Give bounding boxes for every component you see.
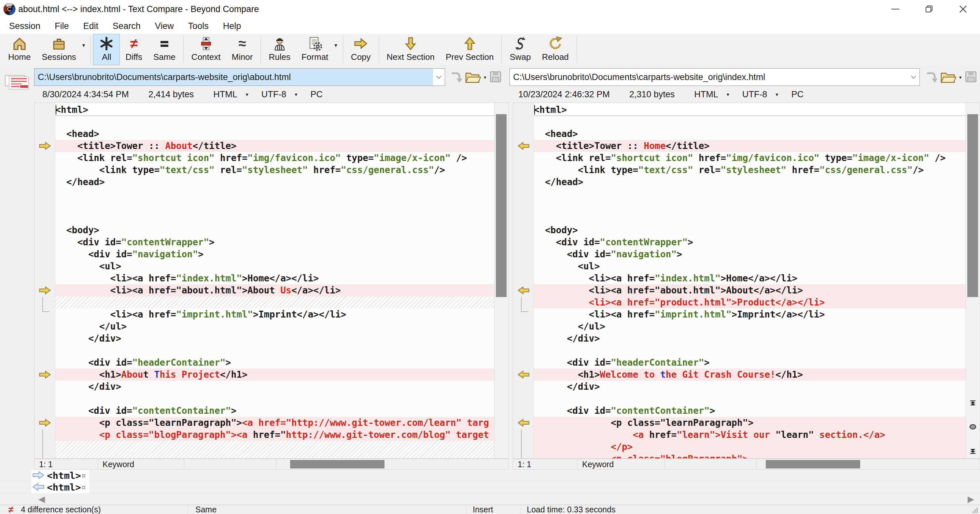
copy-section-right-arrow-icon[interactable] [38, 418, 51, 427]
code-row[interactable]: </head> [55, 176, 494, 188]
close-button[interactable] [946, 0, 980, 18]
left-path-dropdown-icon[interactable] [433, 69, 445, 86]
toolbar-sessions-button[interactable]: Sessions [36, 34, 82, 65]
diff-code-row[interactable]: <a href="learn">Visit our "learn" sectio… [534, 429, 966, 441]
right-path-dropdown-icon[interactable] [908, 69, 920, 86]
code-row[interactable]: </div> [534, 333, 966, 344]
left-path-input[interactable]: C:\Users\brunobrito\Documents\carparts-w… [34, 68, 445, 86]
right-code-area[interactable]: <html> <head> <title>Tower :: Home</titl… [534, 103, 966, 458]
diff-code-row[interactable]: <title>Tower :: Home</title> [534, 140, 966, 152]
diff-code-row[interactable]: <li><a href="about.html">About</a></li> [534, 284, 966, 297]
code-row[interactable]: </ul> [55, 320, 494, 333]
open-parent-icon[interactable] [924, 70, 938, 85]
code-row[interactable]: <div id="contentWrapper"> [534, 236, 966, 248]
code-row[interactable]: </div> [55, 333, 494, 344]
toolbar-copy-button[interactable]: Copy [345, 34, 376, 65]
scroll-right-icon[interactable]: ▶ [967, 495, 975, 503]
toolbar-dropdown-icon[interactable]: ▾ [334, 34, 340, 65]
code-row[interactable]: <div id="headerContainer"> [55, 357, 494, 369]
code-row[interactable] [534, 393, 966, 405]
diff-code-row[interactable]: <p class="blogParagraph"><a href="http:/… [55, 429, 494, 441]
diff-code-row[interactable]: <p class="learnParagraph"> [534, 417, 966, 429]
first-difference-marker-icon[interactable] [968, 400, 977, 407]
toolbar-all-button[interactable]: All [93, 34, 120, 65]
right-hscrollbar[interactable] [757, 459, 980, 470]
code-row[interactable]: <ul> [55, 260, 494, 272]
toolbar-reload-button[interactable]: Reload [536, 34, 574, 65]
diff-code-row[interactable]: <h1>Welcome to the Git Crash Course!</h1… [534, 369, 966, 381]
right-vscrollbar-thumb[interactable] [967, 114, 978, 297]
open-parent-icon[interactable] [449, 70, 463, 85]
code-row[interactable]: <body> [55, 224, 494, 236]
menu-item-view[interactable]: View [148, 18, 181, 34]
code-row[interactable]: <div id="contentContainer"> [534, 405, 966, 417]
copy-section-left-arrow-icon[interactable] [517, 370, 530, 379]
left-file-encoding[interactable]: UTF-8 [261, 89, 286, 100]
code-row[interactable] [55, 116, 494, 128]
right-file-format[interactable]: HTML [694, 89, 718, 100]
browse-folder-dropdown-icon[interactable]: ▾ [959, 75, 962, 80]
toolbar-swap-button[interactable]: Swap [504, 34, 536, 65]
right-hscrollbar-thumb[interactable] [766, 460, 860, 468]
code-row[interactable] [55, 344, 494, 357]
save-file-icon[interactable] [488, 70, 503, 85]
save-file-icon[interactable] [964, 70, 978, 85]
copy-section-left-arrow-icon[interactable] [517, 286, 530, 295]
toolbar-rules-button[interactable]: Rules [263, 34, 296, 65]
code-row[interactable]: <link rel="shortcut icon" href="img/favi… [534, 152, 966, 164]
right-vscrollbar[interactable] [966, 103, 979, 458]
code-row[interactable] [534, 188, 966, 200]
toolbar-next-section-button[interactable]: Next Section [381, 34, 440, 65]
current-position-marker-icon[interactable] [968, 423, 977, 430]
encoding-dropdown-icon[interactable]: ▾ [295, 91, 297, 98]
toolbar-dropdown-icon[interactable]: ▾ [82, 34, 89, 65]
left-vscrollbar[interactable] [494, 103, 508, 458]
code-row[interactable]: <head> [534, 128, 966, 140]
diff-code-row[interactable]: </p> [534, 441, 966, 453]
toolbar-diffs-button[interactable]: ≠Diffs [120, 34, 148, 65]
left-code-pane[interactable]: <html> <head> <title>Tower :: About</tit… [34, 103, 509, 459]
menu-item-tools[interactable]: Tools [181, 18, 216, 34]
toolbar-context-button[interactable]: Context [186, 34, 226, 65]
code-row[interactable]: <div id="contentWrapper"> [55, 236, 494, 248]
left-hscrollbar[interactable] [277, 459, 508, 470]
toolbar-minor-button[interactable]: ≈Minor [226, 34, 258, 65]
toolbar-format-button[interactable]: Format [296, 34, 334, 65]
right-code-pane[interactable]: <html> <head> <title>Tower :: Home</titl… [513, 103, 980, 459]
code-row[interactable] [55, 212, 494, 224]
browse-folder-dropdown-icon[interactable]: ▾ [484, 75, 487, 80]
code-row[interactable] [534, 212, 966, 224]
code-row[interactable]: <link rel="shortcut icon" href="img/favi… [55, 152, 494, 164]
menu-item-file[interactable]: File [48, 18, 76, 34]
encoding-dropdown-icon[interactable]: ▾ [776, 91, 778, 98]
copy-section-right-arrow-icon[interactable] [38, 141, 51, 150]
resize-grip[interactable] [972, 508, 978, 513]
alignment-gap-row[interactable] [55, 441, 494, 453]
toolbar-prev-section-button[interactable]: Prev Section [440, 34, 499, 65]
scroll-left-icon[interactable]: ◀ [38, 495, 46, 503]
right-file-encoding[interactable]: UTF-8 [742, 89, 767, 100]
copy-section-right-arrow-icon[interactable] [38, 286, 51, 295]
code-row[interactable] [55, 188, 494, 200]
code-row[interactable]: <div id="navigation"> [55, 248, 494, 260]
code-row[interactable] [534, 200, 966, 212]
code-row[interactable]: <link type="text/css" rel="stylesheet" h… [55, 164, 494, 176]
code-row[interactable] [534, 116, 966, 128]
code-row[interactable]: </head> [534, 176, 966, 188]
browse-folder-icon[interactable] [465, 70, 482, 85]
code-row[interactable]: <div id="navigation"> [534, 248, 966, 260]
copy-section-left-arrow-icon[interactable] [517, 141, 530, 150]
code-row[interactable]: <html> [534, 104, 966, 116]
format-dropdown-icon[interactable]: ▾ [246, 91, 248, 98]
code-row[interactable]: </div> [534, 381, 966, 393]
detail-hscrollbar[interactable]: ◀ ▶ [0, 493, 980, 505]
code-row[interactable]: </ul> [534, 320, 966, 333]
code-row[interactable]: <html> [55, 104, 494, 116]
alignment-gap-row[interactable] [55, 297, 494, 308]
code-row[interactable]: <div id="headerContainer"> [534, 357, 966, 369]
code-row[interactable]: <ul> [534, 260, 966, 272]
code-row[interactable]: <body> [534, 224, 966, 236]
menu-item-session[interactable]: Session [2, 18, 48, 34]
code-row[interactable]: <li><a href="imprint.html">Imprint</a></… [534, 308, 966, 320]
last-difference-marker-icon[interactable] [968, 447, 977, 455]
